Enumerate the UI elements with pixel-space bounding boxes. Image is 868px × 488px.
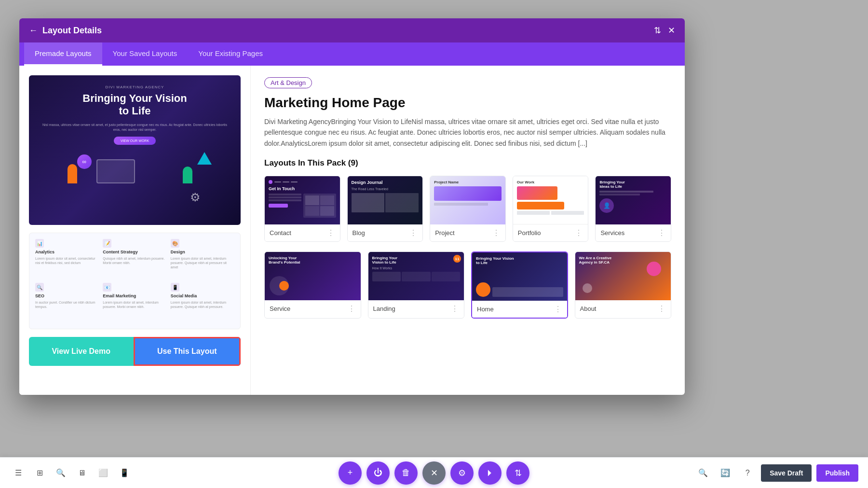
delete-btn[interactable]: 🗑 [394, 461, 418, 485]
landing-step [402, 272, 431, 281]
right-panel: Art & Design Marketing Home Page Divi Ma… [251, 66, 685, 395]
home-mini-title: Bringing Your Visionto Life [476, 256, 563, 265]
menu-icon-btn[interactable]: ☰ [10, 464, 27, 482]
layout-card-service[interactable]: Unlocking YourBrand's Potential Service … [264, 251, 361, 319]
service-item-email: 📧 Email Marketing Lorem ipsum dolor sit … [103, 283, 166, 323]
tab-saved-layouts[interactable]: Your Saved Layouts [102, 42, 188, 66]
about-pink-circle [647, 262, 661, 276]
search-icon-btn[interactable]: 🔍 [52, 464, 69, 482]
layout-card-home[interactable]: Bringing Your Visionto Life Home ⋮ [471, 251, 568, 319]
service-desc-email: Lorem ipsum dolor sit amet, interdum pos… [103, 300, 166, 309]
service-menu-icon[interactable]: ⋮ [348, 304, 356, 313]
sync-icon[interactable]: 🔄 [717, 464, 734, 482]
home-label: Home [477, 306, 494, 313]
search-right-icon[interactable]: 🔍 [694, 464, 712, 482]
contact-menu-icon[interactable]: ⋮ [327, 228, 335, 237]
layout-card-services[interactable]: Bringing YourIdeas to Life 👤 Services [595, 176, 671, 242]
desktop-icon-btn[interactable]: 🖥 [73, 464, 91, 482]
service-desc-content: Quisque nibh sit amet, interdum posuere.… [103, 256, 166, 265]
project-card-image: Project Name [430, 176, 505, 224]
landing-card-content: 11 Bringing YourVision to Life How It Wo… [368, 252, 464, 300]
portfolio-tag [551, 211, 584, 215]
portfolio-tags [517, 211, 584, 215]
services-preview: 📊 Analytics Lorem ipsum dolor sit amet, … [29, 233, 241, 329]
map-cell [320, 195, 334, 205]
map-cell [320, 206, 334, 216]
layout-card-blog[interactable]: Design Journal The Road Less Traveled Bl… [347, 176, 423, 242]
landing-menu-icon[interactable]: ⋮ [451, 304, 459, 313]
portfolio-label: Portfolio [518, 229, 541, 237]
about-menu-icon[interactable]: ⋮ [658, 304, 666, 313]
layout-title: Marketing Home Page [264, 95, 671, 111]
service-item-social: 📱 Social Media Lorem ipsum dolor sit ame… [171, 283, 234, 323]
save-draft-button[interactable]: Save Draft [761, 464, 812, 482]
agency-label: DIVI MARKETING AGENCY [106, 85, 164, 89]
map-cell [305, 195, 319, 205]
triangle-shape [197, 152, 212, 165]
about-label: About [580, 305, 597, 312]
settings-btn[interactable]: ⚙ [450, 461, 474, 485]
close-btn[interactable]: ✕ [422, 461, 446, 485]
blog-card-content: Design Journal The Road Less Traveled [348, 176, 423, 224]
home-card-footer: Home ⋮ [472, 301, 567, 318]
layout-card-portfolio[interactable]: Our Work Portfolio ⋮ [513, 176, 589, 242]
power-btn[interactable]: ⏻ [366, 461, 390, 485]
layouts-grid-row1: Get In Touch [264, 176, 671, 242]
layout-card-about[interactable]: We Are a CreativeAgency in SF.CA About ⋮ [575, 251, 672, 319]
project-card-content: Project Name [430, 176, 505, 224]
project-label: Project [435, 229, 454, 237]
portfolio-menu-icon[interactable]: ⋮ [575, 228, 583, 237]
grid-icon-btn[interactable]: ⊞ [31, 464, 48, 482]
gear-shape: ⚙ [190, 191, 202, 203]
service-title-content: Content Strategy [103, 250, 166, 254]
contact-mini-title: Get In Touch [269, 186, 336, 191]
layout-btn[interactable]: ⇅ [506, 461, 529, 485]
landing-mini-title: Bringing YourVision to Life [372, 256, 461, 265]
tab-premade-layouts[interactable]: Premade Layouts [24, 42, 102, 66]
layout-card-project[interactable]: Project Name Project ⋮ [430, 176, 506, 242]
home-bar [492, 287, 563, 297]
main-preview-image: DIVI MARKETING AGENCY Bringing Your Visi… [29, 75, 241, 225]
contact-map-area [303, 194, 336, 218]
mobile-icon-btn[interactable]: 📱 [116, 464, 133, 482]
mini-form [269, 194, 301, 218]
project-title: Project Name [434, 180, 502, 184]
settings-columns-icon[interactable]: ⇅ [654, 25, 661, 36]
service-desc-social: Lorem ipsum dolor sit amet, interdum pos… [171, 300, 234, 309]
layout-card-landing[interactable]: 11 Bringing YourVision to Life How It Wo… [368, 251, 465, 319]
close-modal-icon[interactable]: ✕ [668, 25, 675, 36]
blog-menu-icon[interactable]: ⋮ [409, 228, 418, 237]
home-menu-icon[interactable]: ⋮ [554, 305, 562, 314]
nav-lines [274, 181, 298, 182]
service-card-content: Unlocking YourBrand's Potential [265, 252, 361, 300]
help-icon[interactable]: ? [739, 464, 756, 482]
layouts-grid-row2: Unlocking YourBrand's Potential Service … [264, 251, 671, 319]
add-element-btn[interactable]: + [339, 461, 362, 485]
nav-line [274, 181, 281, 182]
about-card-footer: About ⋮ [575, 300, 671, 317]
services-card-content: Bringing YourIdeas to Life 👤 [596, 176, 671, 224]
services-menu-icon[interactable]: ⋮ [658, 228, 666, 237]
landing-step [372, 272, 401, 281]
service-title-design: Design [171, 250, 234, 254]
service-card-image: Unlocking YourBrand's Potential [265, 252, 361, 300]
blog-subtitle: The Road Less Traveled [352, 187, 419, 191]
publish-button[interactable]: Publish [816, 464, 858, 482]
layout-card-contact[interactable]: Get In Touch [264, 176, 340, 242]
services-icon: 👤 [599, 198, 614, 213]
view-live-demo-button[interactable]: View Live Demo [29, 337, 134, 366]
portfolio-tag [517, 211, 550, 215]
service-item-design: 🎨 Design Lorem ipsum dolor sit amet, int… [171, 239, 234, 279]
use-this-layout-button[interactable]: Use This Layout [134, 337, 241, 366]
analytics-icon: 📊 [35, 239, 44, 248]
preview-view-work-btn[interactable]: VIEW OUR WORK [114, 137, 156, 145]
home-illustration [476, 282, 563, 297]
tab-existing-pages[interactable]: Your Existing Pages [188, 42, 273, 66]
nav-line [283, 181, 289, 182]
tablet-icon-btn[interactable]: ⬜ [95, 464, 112, 482]
services-card-image: Bringing YourIdeas to Life 👤 [596, 176, 671, 224]
project-menu-icon[interactable]: ⋮ [492, 228, 501, 237]
history-btn[interactable]: ⏵ [478, 461, 502, 485]
back-icon[interactable]: ← [29, 26, 38, 36]
home-card-content: Bringing Your Visionto Life [472, 252, 567, 301]
